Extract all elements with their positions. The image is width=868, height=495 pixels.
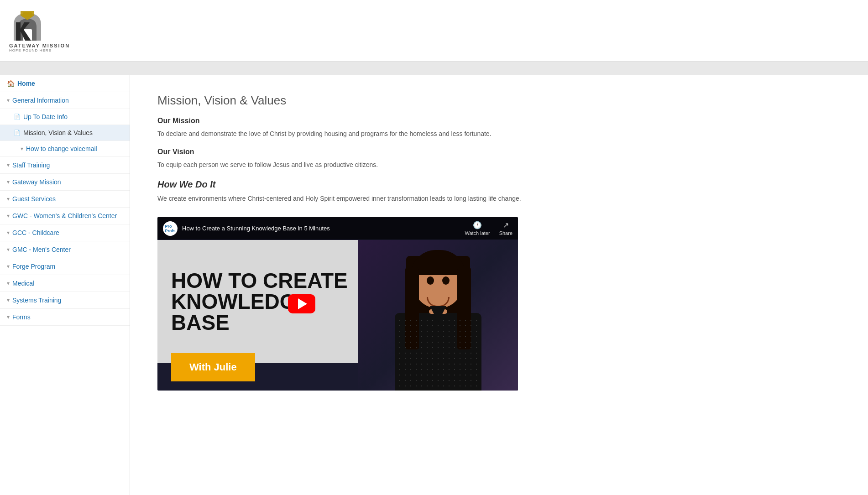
sidebar-label: Forms: [12, 313, 31, 321]
sidebar-item-guest-services[interactable]: ▾ Guest Services: [0, 191, 130, 208]
person-graphic: [374, 245, 502, 391]
chevron-icon: ▾: [7, 213, 10, 219]
our-vision-text: To equip each person we serve to follow …: [157, 160, 841, 170]
sidebar-item-staff-training[interactable]: ▾ Staff Training: [0, 157, 130, 174]
watch-later-action[interactable]: 🕐 Watch later: [465, 221, 490, 236]
chevron-icon: ▾: [21, 146, 23, 152]
our-mission-text: To declare and demonstrate the love of C…: [157, 129, 841, 139]
chevron-icon: ▾: [7, 314, 10, 320]
sidebar-item-gcc-childcare[interactable]: ▾ GCC - Childcare: [0, 224, 130, 241]
main-layout: 🏠 Home ▾ General Information 📄 Up To Dat…: [0, 75, 868, 495]
chevron-icon: ▾: [7, 229, 10, 236]
page-title: Mission, Vision & Values: [157, 94, 841, 108]
sidebar-item-up-to-date-info[interactable]: 📄 Up To Date Info: [0, 109, 130, 125]
channel-icon: ProProfs: [163, 221, 178, 236]
sidebar-item-mission-vision-values[interactable]: 📄 Mission, Vision & Values: [0, 125, 130, 141]
sidebar: 🏠 Home ▾ General Information 📄 Up To Dat…: [0, 75, 130, 495]
home-icon: 🏠: [7, 80, 15, 87]
our-mission-heading: Our Mission: [157, 117, 841, 125]
header: GATEWAY MISSION HOPE FOUND HERE: [0, 0, 868, 62]
doc-icon: 📄: [14, 130, 21, 136]
how-we-do-it-heading: How We Do It: [157, 179, 841, 190]
sidebar-item-gwc-womens[interactable]: ▾ GWC - Women's & Children's Center: [0, 208, 130, 224]
video-top-bar: ProProfs How to Create a Stunning Knowle…: [157, 217, 518, 240]
chevron-icon: ▾: [7, 263, 10, 270]
chevron-icon: ▾: [7, 280, 10, 287]
sidebar-label: Systems Training: [12, 297, 61, 304]
video-text-overlay: HOW TO CREATE KNOWLEDGE BASE: [157, 240, 363, 363]
chevron-icon: ▾: [7, 196, 10, 202]
sidebar-label: Guest Services: [12, 195, 56, 203]
our-vision-heading: Our Vision: [157, 148, 841, 156]
chevron-icon: ▾: [7, 297, 10, 303]
share-icon: ↗: [503, 221, 509, 229]
play-triangle-icon: [298, 298, 307, 309]
sidebar-item-forms[interactable]: ▾ Forms: [0, 309, 130, 326]
video-background: [358, 240, 518, 391]
chevron-icon: ▾: [7, 246, 10, 253]
chevron-icon: ▾: [7, 97, 10, 104]
content-area: Mission, Vision & Values Our Mission To …: [130, 75, 868, 495]
video-big-text-line2: KNOWLEDGE BASE: [171, 291, 349, 333]
sidebar-item-general-information[interactable]: ▾ General Information: [0, 92, 130, 109]
share-action[interactable]: ↗ Share: [499, 221, 512, 236]
watch-later-icon: 🕐: [473, 221, 482, 229]
sidebar-item-forge-program[interactable]: ▾ Forge Program: [0, 258, 130, 275]
chevron-icon: ▾: [7, 179, 10, 185]
sidebar-label: General Information: [12, 97, 69, 104]
youtube-play-button[interactable]: [288, 294, 315, 313]
video-big-text-line1: HOW TO CREATE: [171, 270, 349, 291]
video-actions: 🕐 Watch later ↗ Share: [465, 221, 512, 236]
sidebar-label: GCC - Childcare: [12, 229, 59, 236]
doc-icon: 📄: [14, 114, 21, 120]
with-julie-button[interactable]: With Julie: [171, 353, 255, 381]
logo-icon: [9, 9, 46, 43]
sidebar-item-how-to-change-voicemail[interactable]: ▾ How to change voicemail: [0, 141, 130, 157]
sidebar-label: GMC - Men's Center: [12, 246, 71, 253]
sidebar-label: How to change voicemail: [26, 145, 97, 152]
play-circle[interactable]: [288, 294, 315, 313]
video-container[interactable]: ProProfs How to Create a Stunning Knowle…: [157, 217, 518, 391]
separator: [0, 62, 868, 75]
sidebar-label: Up To Date Info: [23, 113, 68, 120]
chevron-icon: ▾: [7, 162, 10, 168]
sidebar-item-systems-training[interactable]: ▾ Systems Training: [0, 292, 130, 309]
sidebar-item-medical[interactable]: ▾ Medical: [0, 275, 130, 292]
sidebar-label: Medical: [12, 280, 34, 287]
sidebar-label: Forge Program: [12, 263, 55, 270]
logo-wordmark: GATEWAY MISSION HOPE FOUND HERE: [9, 43, 70, 52]
sidebar-label: Gateway Mission: [12, 178, 61, 186]
sidebar-label: Mission, Vision & Values: [23, 129, 93, 136]
sidebar-item-gmc-mens[interactable]: ▾ GMC - Men's Center: [0, 241, 130, 258]
how-we-do-it-text: We create environments where Christ-cent…: [157, 193, 841, 203]
sidebar-item-gateway-mission[interactable]: ▾ Gateway Mission: [0, 174, 130, 191]
sidebar-label: Staff Training: [12, 162, 50, 169]
sidebar-item-home[interactable]: 🏠 Home: [0, 75, 130, 92]
video-title: How to Create a Stunning Knowledge Base …: [182, 225, 465, 232]
sidebar-label: GWC - Women's & Children's Center: [12, 212, 117, 219]
logo: GATEWAY MISSION HOPE FOUND HERE: [9, 9, 70, 52]
sidebar-home-label: Home: [17, 80, 35, 87]
